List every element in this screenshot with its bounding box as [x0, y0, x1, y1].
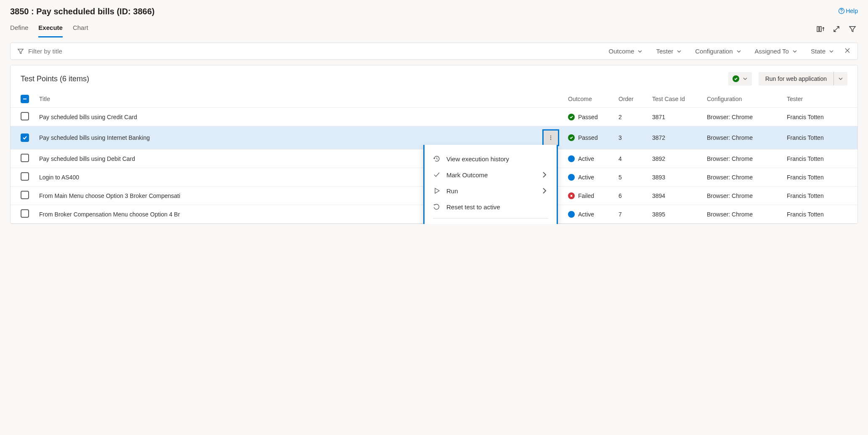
col-outcome-header[interactable]: Outcome — [563, 91, 613, 108]
row-order: 7 — [613, 205, 647, 224]
menu-item-label: View execution history — [446, 155, 509, 163]
tab-chart[interactable]: Chart — [73, 21, 88, 37]
row-title: Login to AS400 — [39, 174, 79, 181]
row-title: Pay scheduled bills using Debit Card — [39, 155, 135, 162]
chevron-right-icon — [541, 171, 548, 179]
tabs-bar: Define Execute Chart — [0, 21, 868, 37]
row-config: Browser: Chrome — [702, 187, 782, 205]
row-outcome: Active — [578, 174, 594, 181]
row-tcid: 3893 — [647, 168, 702, 187]
filter-input[interactable] — [28, 48, 154, 55]
filter-tester-dropdown[interactable]: Tester — [656, 48, 682, 55]
menu-item-label: Reset test to active — [446, 203, 500, 211]
col-tester-header[interactable]: Tester — [782, 91, 857, 108]
row-outcome: Passed — [578, 114, 598, 120]
panel-title: Test Points (6 items) — [21, 75, 89, 83]
svg-rect-2 — [817, 27, 819, 32]
row-tcid: 3872 — [647, 126, 702, 149]
row-config: Browser: Chrome — [702, 168, 782, 187]
filter-assignedto-dropdown[interactable]: Assigned To — [755, 48, 797, 55]
fullscreen-button[interactable] — [833, 25, 840, 33]
row-title: From Broker Compensation Menu choose Opt… — [39, 211, 180, 218]
status-dropdown-button[interactable] — [728, 72, 752, 85]
svg-point-5 — [550, 136, 551, 136]
col-tcid-header[interactable]: Test Case Id — [647, 91, 702, 108]
row-config: Browser: Chrome — [702, 126, 782, 149]
row-checkbox[interactable] — [21, 191, 29, 199]
more-actions-button[interactable] — [544, 131, 558, 145]
run-button-label: Run for web application — [759, 72, 833, 85]
help-link[interactable]: Help — [838, 8, 858, 14]
row-outcome: Failed — [578, 192, 594, 199]
chevron-down-icon — [792, 49, 797, 54]
row-outcome: Active — [578, 211, 594, 218]
test-points-panel: Test Points (6 items) Run for web applic… — [10, 65, 858, 224]
run-button-chevron[interactable] — [833, 72, 847, 85]
menu-item-label: Mark Outcome — [446, 171, 488, 179]
run-button[interactable]: Run for web application — [759, 72, 847, 85]
row-checkbox[interactable] — [21, 112, 29, 120]
row-order: 6 — [613, 187, 647, 205]
row-config: Browser: Chrome — [702, 149, 782, 168]
row-tcid: 3892 — [647, 149, 702, 168]
row-order: 2 — [613, 108, 647, 126]
passed-icon — [733, 75, 739, 82]
row-tester: Francis Totten — [782, 149, 857, 168]
svg-rect-4 — [23, 99, 27, 99]
row-title: Pay scheduled bills using Credit Card — [39, 114, 137, 120]
col-order-header[interactable]: Order — [613, 91, 647, 108]
help-icon — [838, 8, 845, 14]
chevron-right-icon — [541, 187, 548, 195]
col-title-header[interactable]: Title — [34, 91, 563, 108]
filter-icon — [17, 48, 24, 55]
filter-state-dropdown[interactable]: State — [811, 48, 834, 55]
row-tester: Francis Totten — [782, 205, 857, 224]
row-tcid: 3894 — [647, 187, 702, 205]
row-tester: Francis Totten — [782, 168, 857, 187]
tab-define[interactable]: Define — [10, 21, 28, 37]
row-outcome: Active — [578, 155, 594, 162]
column-options-button[interactable] — [816, 25, 824, 33]
chevron-down-icon — [838, 76, 843, 81]
menu-item[interactable]: Reset test to active — [425, 199, 557, 215]
svg-point-6 — [550, 137, 551, 138]
chevron-down-icon — [743, 76, 748, 81]
menu-item[interactable]: Run — [425, 183, 557, 199]
row-order: 4 — [613, 149, 647, 168]
menu-item[interactable]: View execution history — [425, 151, 557, 167]
col-config-header[interactable]: Configuration — [702, 91, 782, 108]
row-tcid: 3871 — [647, 108, 702, 126]
chevron-down-icon — [736, 49, 741, 54]
row-tester: Francis Totten — [782, 108, 857, 126]
help-label: Help — [846, 8, 858, 14]
context-menu: View execution historyMark OutcomeRunRes… — [423, 145, 558, 224]
history-icon — [433, 155, 441, 163]
svg-point-1 — [841, 12, 842, 13]
svg-point-7 — [550, 139, 551, 140]
menu-item[interactable]: Mark Outcome — [425, 167, 557, 183]
filter-close-button[interactable] — [844, 47, 851, 55]
filter-configuration-dropdown[interactable]: Configuration — [695, 48, 741, 55]
row-config: Browser: Chrome — [702, 108, 782, 126]
row-checkbox[interactable] — [21, 209, 29, 218]
active-icon — [568, 211, 575, 218]
svg-rect-3 — [820, 27, 821, 32]
chevron-down-icon — [677, 49, 682, 54]
row-tester: Francis Totten — [782, 126, 857, 149]
row-order: 3 — [613, 126, 647, 149]
row-checkbox[interactable] — [21, 154, 29, 162]
row-checkbox[interactable] — [21, 172, 29, 181]
menu-separator — [433, 218, 548, 219]
passed-icon — [568, 114, 575, 120]
filter-outcome-dropdown[interactable]: Outcome — [609, 48, 643, 55]
row-title: From Main Menu choose Option 3 Broker Co… — [39, 192, 180, 199]
menu-item[interactable]: Edit test case — [425, 222, 557, 224]
play-icon — [433, 187, 441, 195]
reset-icon — [433, 203, 441, 211]
row-checkbox[interactable] — [21, 133, 29, 142]
select-all-checkbox[interactable] — [21, 95, 29, 103]
menu-item-label: Run — [446, 187, 458, 195]
tab-execute[interactable]: Execute — [38, 21, 63, 37]
filter-toggle-button[interactable] — [849, 25, 856, 33]
table-row[interactable]: Pay scheduled bills using Credit Card Pa… — [11, 108, 857, 126]
